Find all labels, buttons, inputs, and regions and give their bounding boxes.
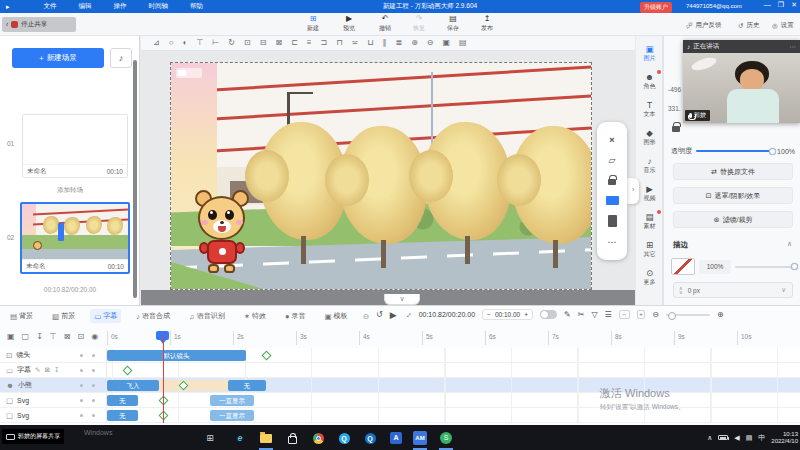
canvas-tool-icon[interactable]: ≡ — [307, 36, 312, 50]
canvas-tool-icon[interactable]: ⊕ — [411, 36, 418, 50]
ruler-tick[interactable]: 2s — [233, 331, 296, 345]
nav-item-more[interactable]: ⊙更多 — [636, 268, 663, 287]
scene-music-button[interactable]: ♪ — [110, 48, 132, 68]
canvas-tool-icon[interactable]: ○ — [169, 36, 174, 50]
track-toggles[interactable] — [80, 414, 95, 417]
ruler-tick[interactable]: 9s — [674, 331, 737, 345]
stop-share-tab[interactable]: ‹ 停止共享 — [2, 17, 76, 32]
toolbar-expand-tab[interactable]: › — [627, 178, 639, 204]
feedback-button[interactable]: 🗪用户反馈 — [686, 21, 722, 30]
canvas-tool-icon[interactable]: ⊔ — [367, 36, 373, 50]
nav-item-music[interactable]: ♪音乐 — [636, 156, 663, 175]
ratio-lock-icon[interactable] — [672, 126, 680, 132]
canvas-tool-icon[interactable]: ⊿ — [153, 36, 160, 50]
flip-icon[interactable]: ▱ — [609, 155, 616, 165]
save-button[interactable]: ▤保存 — [436, 14, 470, 33]
track-tool-icon[interactable]: ⊠ — [64, 332, 71, 341]
stepper-arrows[interactable]: ∧∨ — [679, 286, 683, 294]
nav-item-text[interactable]: T文本 — [636, 100, 663, 119]
tab-tts[interactable]: ♪语音合成 — [132, 309, 174, 323]
keyframe-diamond[interactable] — [262, 350, 272, 360]
store-icon[interactable] — [284, 430, 300, 446]
minimize-button[interactable]: — — [764, 1, 771, 9]
ruler-tick[interactable]: 1s — [170, 331, 233, 345]
track-tool-icon[interactable]: ▢ — [22, 332, 30, 341]
track-toggles[interactable] — [80, 354, 95, 357]
nav-item-image[interactable]: ▣图片 — [636, 44, 663, 63]
display-bar[interactable]: 一直显示 — [210, 395, 254, 406]
tab-background[interactable]: ▤背景 — [6, 309, 37, 323]
timeline-zoom-out-icon[interactable]: ⊖ — [652, 310, 659, 319]
stroke-opacity-slider[interactable] — [735, 266, 795, 268]
prev-frame-button[interactable]: ↔ — [619, 310, 630, 319]
canvas-tool-icon[interactable]: ⊏ — [291, 36, 298, 50]
canvas-tool-icon[interactable]: ⊡ — [244, 36, 251, 50]
ime-indicator[interactable]: 中 — [758, 433, 765, 443]
stroke-color-swatch[interactable] — [671, 258, 695, 275]
scene-card-1[interactable]: 未命名 00:10 — [22, 114, 128, 178]
canvas-tool-icon[interactable]: ⊖ — [427, 36, 434, 50]
canvas-collapse-tab[interactable]: ∨ — [384, 294, 420, 305]
tray-expand-icon[interactable]: ∧ — [707, 434, 712, 442]
undo-button[interactable]: ↶撤销 — [368, 14, 402, 33]
timeline-zoom-in-icon[interactable]: ⊕ — [717, 310, 724, 319]
preview-button[interactable]: ▶预览 — [332, 14, 366, 33]
menu-item[interactable]: 帮助 — [190, 2, 203, 11]
battery-icon[interactable] — [718, 435, 728, 440]
hold-region[interactable] — [159, 380, 228, 391]
canvas-tool-icon[interactable]: ⊤ — [196, 36, 203, 50]
loop-toggle[interactable] — [540, 310, 557, 319]
canvas-tool-icon[interactable]: ⊢ — [212, 36, 219, 50]
stroke-width-stepper[interactable]: ∧∨ 0 px ∨ — [673, 282, 793, 298]
increase-duration-button[interactable]: + — [524, 311, 528, 318]
account-email[interactable]: 744971054@qq.com — [686, 3, 742, 9]
ruler-tick[interactable]: 8s — [611, 331, 674, 345]
decrease-duration-button[interactable]: − — [487, 311, 491, 318]
keyframe-diamond[interactable] — [123, 365, 133, 375]
collapse-tabs-icon[interactable]: ⊖ — [363, 312, 370, 321]
canvas-tool-icon[interactable]: ⊐ — [321, 36, 328, 50]
history-button[interactable]: ↺历史 — [738, 21, 759, 30]
timeline-zoom-slider[interactable] — [666, 314, 710, 316]
nav-item-other[interactable]: ⊞其它 — [636, 240, 663, 259]
stroke-opacity-value[interactable]: 100% — [699, 260, 731, 274]
tab-foreground[interactable]: ▧前景 — [48, 309, 79, 323]
maximize-button[interactable]: ❐ — [778, 1, 784, 9]
canvas-tool-icon[interactable]: ⊟ — [260, 36, 267, 50]
ruler-tick[interactable]: 10s — [737, 331, 800, 345]
subtitle-delete-icon[interactable]: ⊠ — [45, 366, 50, 374]
animation-master-icon[interactable]: AM — [412, 430, 428, 446]
menu-item[interactable]: 文件 — [44, 2, 57, 11]
tab-speech-recognition[interactable]: ♫语音识别 — [185, 309, 229, 323]
close-button[interactable]: ✕ — [791, 1, 797, 9]
publish-button[interactable]: ↥发布 — [470, 14, 504, 33]
canvas-tool-icon[interactable]: ∥ — [382, 36, 386, 50]
upgrade-account-badge[interactable]: 升级账户 — [640, 2, 672, 13]
redo-button[interactable]: ↷恢复 — [402, 14, 436, 33]
ruler-tick[interactable]: 5s — [422, 331, 485, 345]
ruler-tick[interactable]: 3s — [296, 331, 359, 345]
track-tool-icon[interactable]: ↧ — [36, 332, 43, 341]
bear-character[interactable] — [192, 190, 252, 282]
canvas-tool-icon[interactable]: ⊠ — [275, 36, 282, 50]
canvas-tool-icon[interactable]: ≣ — [395, 36, 402, 50]
app-a-icon[interactable]: A — [388, 430, 404, 446]
scene-card-2[interactable]: 未命名 00:10 — [20, 202, 130, 274]
nav-item-material[interactable]: ▤素材 — [636, 212, 663, 231]
video-call-window[interactable]: ♪ 正在讲话 ⋯ 郭姣 — [683, 40, 800, 123]
tab-subtitle[interactable]: ▭字幕 — [90, 309, 121, 323]
filter-crop-button[interactable]: ⊛滤镜/裁剪 — [673, 211, 793, 228]
qq-browser-icon[interactable]: Q — [336, 430, 352, 446]
menu-item[interactable]: 编辑 — [79, 2, 92, 11]
nav-item-character[interactable]: ☻角色 — [636, 72, 663, 91]
track-settings-icon[interactable]: ☰ — [605, 310, 612, 319]
replay-icon[interactable]: ↺ — [376, 310, 383, 319]
track-tool-icon[interactable]: ▣ — [7, 332, 15, 341]
mask-shadow-effect-button[interactable]: ⊡遮罩/阴影/效果 — [673, 187, 793, 204]
track-tool-icon[interactable]: ⊤ — [50, 332, 57, 341]
filter-tracks-icon[interactable]: ▽ — [591, 310, 597, 319]
enter-animation-bar[interactable]: 无 — [107, 410, 138, 421]
settings-button[interactable]: ◎设置 — [772, 21, 794, 30]
collapse-section-icon[interactable]: ∧ — [787, 240, 792, 248]
ruler-tick[interactable]: 4s — [359, 331, 422, 345]
